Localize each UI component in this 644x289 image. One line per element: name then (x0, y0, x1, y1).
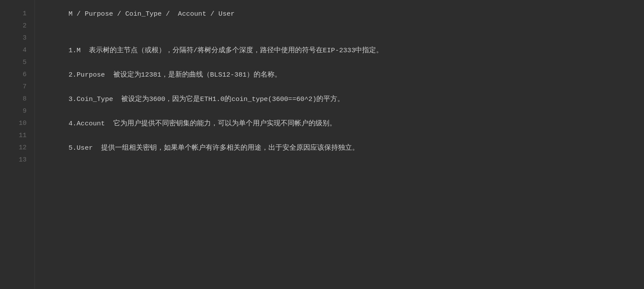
editor-container: 12345678910111213 M / Purpose / Coin_Typ… (0, 0, 644, 289)
code-line-6: 2.Purpose 被设定为12381，是新的曲线（BLS12-381）的名称。 (52, 69, 644, 81)
line-number-6: 6 (0, 69, 34, 81)
code-line-11 (52, 130, 644, 142)
line-number-2: 2 (0, 20, 34, 32)
code-line-12: 5.User 提供一组相关密钥，如果单个帐户有许多相关的用途，出于安全原因应该保… (52, 142, 644, 154)
line-number-8: 8 (0, 93, 34, 105)
line-number-4: 4 (0, 44, 34, 57)
line-number-13: 13 (0, 154, 34, 166)
line-number-3: 3 (0, 32, 34, 44)
code-line-3 (52, 32, 644, 44)
line-number-1: 1 (0, 8, 34, 20)
line-number-10: 10 (0, 118, 34, 130)
code-line-9 (52, 105, 644, 118)
code-line-13 (52, 154, 644, 166)
line-number-5: 5 (0, 57, 34, 69)
code-line-2 (52, 20, 644, 32)
line-number-11: 11 (0, 130, 34, 142)
code-content: M / Purpose / Coin_Type / Account / User… (35, 0, 644, 289)
code-line-5 (52, 57, 644, 69)
code-line-10: 4.Account 它为用户提供不同密钥集的能力，可以为单个用户实现不同帐户的级… (52, 118, 644, 130)
line-number-12: 12 (0, 142, 34, 154)
code-line-7 (52, 81, 644, 93)
line-number-9: 9 (0, 105, 34, 118)
code-line-8: 3.Coin_Type 被设定为3600，因为它是ETH1.0的coin_typ… (52, 93, 644, 105)
code-line-4: 1.M 表示树的主节点（或根），分隔符/将树分成多个深度，路径中使用的符号在EI… (52, 44, 644, 57)
code-line-1: M / Purpose / Coin_Type / Account / User (52, 8, 644, 20)
line-numbers: 12345678910111213 (0, 0, 35, 289)
line-number-7: 7 (0, 81, 34, 93)
